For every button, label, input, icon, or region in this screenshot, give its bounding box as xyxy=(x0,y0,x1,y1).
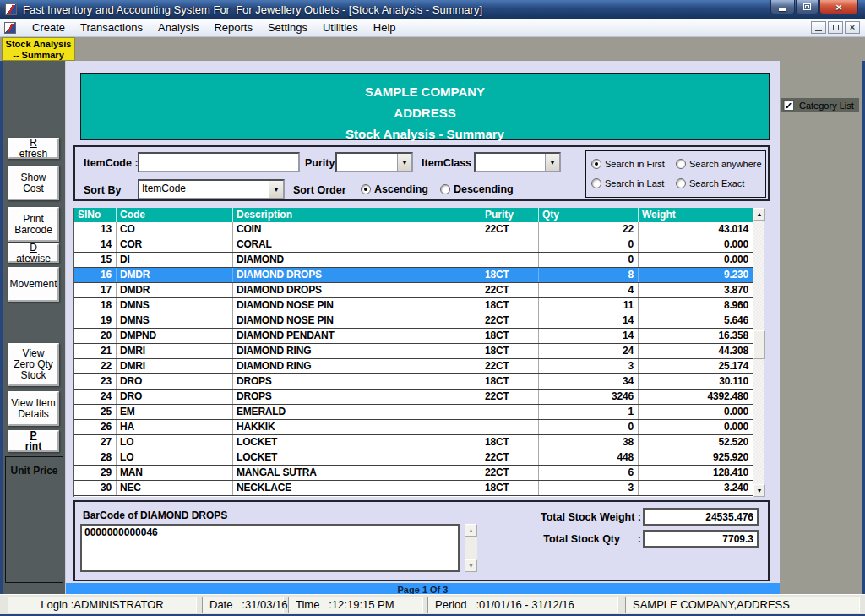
cell-qty: 4 xyxy=(539,283,639,297)
column-header-weight[interactable]: Weight xyxy=(639,208,753,222)
table-row[interactable]: 15DIDIAMOND00.000 xyxy=(74,253,764,268)
table-row[interactable]: 24DRODROPS22CT32464392.480 xyxy=(74,390,764,405)
radio-icon[interactable] xyxy=(676,178,686,188)
status-panel-3: Period :01/01/16 - 31/12/16 xyxy=(427,597,618,613)
category-list-checkbox[interactable]: ✓ xyxy=(783,100,794,111)
radio-icon[interactable] xyxy=(591,159,601,169)
radio-icon[interactable] xyxy=(676,159,686,169)
menu-settings[interactable]: Settings xyxy=(260,19,315,35)
scroll-down-icon[interactable]: ▼ xyxy=(465,559,477,572)
radio-descending[interactable]: Descending xyxy=(440,183,514,195)
cell-description: DIAMOND NOSE PIN xyxy=(233,298,481,313)
menu-transactions[interactable]: Transactions xyxy=(73,19,150,35)
chevron-down-icon[interactable]: ▼ xyxy=(397,154,411,171)
tab-strip: Stock Analysis -- Summary xyxy=(0,37,865,61)
table-row[interactable]: 28LOLOCKET22CT448925.920 xyxy=(74,450,764,466)
barcode-textbox[interactable]: 0000000000046 xyxy=(80,524,460,572)
scrollbar-thumb[interactable] xyxy=(753,330,765,359)
cell-description: EMERALD xyxy=(233,405,481,419)
table-row[interactable]: 27LOLOCKET18CT3852.520 xyxy=(74,435,764,450)
cell-slno: 20 xyxy=(74,329,117,343)
close-icon: × xyxy=(835,1,842,14)
menu-help[interactable]: Help xyxy=(366,19,404,35)
cell-weight: 25.174 xyxy=(639,359,753,373)
category-list-option[interactable]: ✓ Category List xyxy=(781,98,859,112)
sidebar-button-print-barcode[interactable]: PrintBarcode xyxy=(8,207,59,242)
cell-slno: 22 xyxy=(74,359,117,373)
cell-qty: 6 xyxy=(539,466,639,480)
minimize-button[interactable] xyxy=(770,0,795,14)
cell-weight: 3.870 xyxy=(639,283,753,297)
menu-reports[interactable]: Reports xyxy=(206,19,260,35)
cell-purity: 18CT xyxy=(481,344,539,358)
radio-search-in-last[interactable]: Search in Last xyxy=(591,178,676,188)
cell-description: DIAMOND DROPS xyxy=(233,283,481,297)
scroll-down-icon[interactable]: ▼ xyxy=(753,484,765,497)
radio-icon[interactable] xyxy=(361,184,371,194)
close-button[interactable]: × xyxy=(819,0,858,14)
table-row[interactable]: 17DMDRDIAMOND DROPS22CT43.870 xyxy=(74,283,764,298)
mdi-minimize-button[interactable] xyxy=(811,21,826,34)
table-row[interactable]: 29MANMANGAL SUTRA22CT6128.410 xyxy=(74,466,764,481)
column-header-slno[interactable]: SlNo xyxy=(74,208,117,222)
radio-icon[interactable] xyxy=(591,178,601,188)
sidebar-button-show-cost[interactable]: ShowCost xyxy=(8,166,59,200)
radio-search-in-first[interactable]: Search in First xyxy=(591,159,676,169)
cell-purity: 18CT xyxy=(481,329,539,343)
mdi-close-button[interactable]: × xyxy=(845,21,860,34)
sidebar-button-view-item-details[interactable]: View ItemDetails xyxy=(8,391,59,426)
radio-search-exact[interactable]: Search Exact xyxy=(676,178,762,188)
table-row[interactable]: 22DMRIDIAMOND RING22CT325.174 xyxy=(74,359,764,374)
column-header-purity[interactable]: Purity xyxy=(481,208,539,222)
tab-stock-analysis-summary[interactable]: Stock Analysis -- Summary xyxy=(2,37,75,61)
chevron-down-icon[interactable]: ▼ xyxy=(545,154,559,171)
purity-combo[interactable]: ▼ xyxy=(335,152,413,172)
table-row[interactable]: 18DMNSDIAMOND NOSE PIN18CT118.960 xyxy=(74,298,764,313)
table-row[interactable]: 16DMDRDIAMOND DROPS18CT89.230 xyxy=(74,268,764,283)
radio-icon[interactable] xyxy=(440,184,450,194)
chevron-down-icon[interactable]: ▼ xyxy=(269,181,283,198)
itemcode-input[interactable] xyxy=(138,152,300,172)
table-row[interactable]: 30NECNECKLACE18CT33.240 xyxy=(74,481,764,496)
table-row[interactable]: 21DMRIDIAMOND RING18CT2444.308 xyxy=(74,344,764,359)
sidebar-button-refresh[interactable]: Refresh xyxy=(8,138,59,159)
cell-code: MAN xyxy=(117,466,233,480)
column-header-qty[interactable]: Qty xyxy=(539,208,639,222)
cell-qty: 0 xyxy=(539,420,639,434)
column-header-code[interactable]: Code xyxy=(117,208,233,222)
table-row[interactable]: 19DMNSDIAMOND NOSE PIN22CT145.646 xyxy=(74,313,764,329)
sidebar-button-print[interactable]: Print xyxy=(8,430,59,452)
menu-analysis[interactable]: Analysis xyxy=(150,19,206,35)
table-row[interactable]: 26HAHAKKIK00.000 xyxy=(74,420,764,435)
restore-button[interactable] xyxy=(796,0,819,14)
cell-slno: 26 xyxy=(74,420,117,434)
scroll-up-icon[interactable]: ▲ xyxy=(753,208,765,221)
table-row[interactable]: 25EMEMERALD10.000 xyxy=(74,405,764,420)
menu-create[interactable]: Create xyxy=(24,19,73,35)
cell-description: LOCKET xyxy=(233,450,481,465)
cell-weight: 52.520 xyxy=(639,435,753,450)
cell-weight: 0.000 xyxy=(639,237,753,252)
table-row[interactable]: 14CORCORAL00.000 xyxy=(74,237,764,253)
sidebar-button-view-zero-qty-stock[interactable]: ViewZero QtyStock xyxy=(8,343,59,386)
radio-search-anywhere[interactable]: Search anywhere xyxy=(676,159,762,169)
column-header-description[interactable]: Description xyxy=(233,208,481,222)
table-row[interactable]: 20DMPNDDIAMOND PENDANT18CT1416.358 xyxy=(74,329,764,344)
sidebar-button-datewise[interactable]: Datewise xyxy=(8,243,59,263)
radio-ascending[interactable]: Ascending xyxy=(361,183,428,195)
tab-label-line1: Stock Analysis xyxy=(6,39,72,49)
itemclass-combo[interactable]: ▼ xyxy=(474,152,561,172)
scroll-up-icon[interactable]: ▲ xyxy=(465,524,477,537)
cell-code: DMRI xyxy=(117,359,233,373)
table-row[interactable]: 23DRODROPS18CT3430.110 xyxy=(74,374,764,390)
mdi-restore-button[interactable] xyxy=(828,21,843,34)
table-scrollbar[interactable]: ▲ ▼ xyxy=(753,208,764,497)
sortby-combo[interactable]: ItemCode ▼ xyxy=(138,179,285,199)
cell-purity: 18CT xyxy=(481,268,539,282)
menu-bar: CreateTransactionsAnalysisReportsSetting… xyxy=(0,19,865,37)
barcode-scrollbar[interactable]: ▲ ▼ xyxy=(465,524,477,572)
menu-utilities[interactable]: Utilities xyxy=(315,19,366,35)
table-row[interactable]: 13COCOIN22CT2243.014 xyxy=(74,222,764,237)
sidebar-button-movement[interactable]: Movement xyxy=(8,267,59,302)
cell-slno: 15 xyxy=(74,253,117,267)
